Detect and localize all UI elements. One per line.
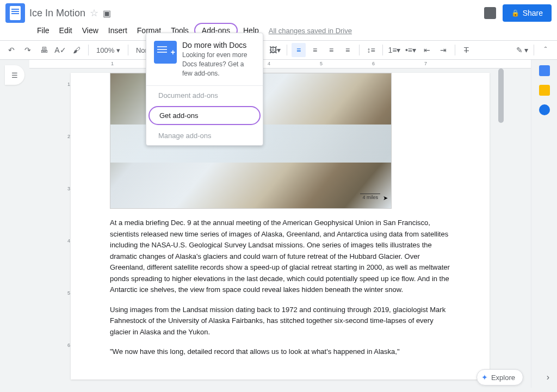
bulleted-list-icon[interactable]: •≡▾ bbox=[404, 43, 418, 57]
align-center-icon[interactable]: ≡ bbox=[308, 43, 322, 57]
toolbar: ↶ ↷ 🖶 A✓ 🖌 100% ▾ Normal text ▾ A ✎ ⧉ 🗨 … bbox=[0, 41, 557, 60]
explore-label: Explore bbox=[491, 374, 515, 382]
dropdown-get-addons[interactable]: Get add-ons bbox=[148, 106, 261, 125]
cursor-icon: ➤ bbox=[383, 195, 388, 202]
body-paragraph-1[interactable]: At a media briefing Dec. 9 at the annual… bbox=[110, 217, 450, 296]
calendar-icon[interactable] bbox=[539, 65, 550, 76]
menu-edit[interactable]: Edit bbox=[55, 24, 77, 37]
addons-dropdown: + Do more with Docs Looking for even mor… bbox=[146, 33, 263, 146]
print-icon[interactable]: 🖶 bbox=[37, 43, 51, 57]
increase-indent-icon[interactable]: ⇥ bbox=[436, 43, 450, 57]
scrollbar-thumb[interactable] bbox=[498, 69, 504, 123]
redo-icon[interactable]: ↷ bbox=[21, 43, 35, 57]
star-icon[interactable]: ☆ bbox=[90, 7, 98, 19]
body-paragraph-3[interactable]: "We now have this long, detailed record … bbox=[110, 346, 450, 358]
document-title[interactable]: Ice In Motion bbox=[29, 8, 85, 19]
editing-mode-icon[interactable]: ✎ ▾ bbox=[515, 43, 529, 57]
insert-image-icon[interactable]: 🖼▾ bbox=[268, 43, 282, 57]
menu-view[interactable]: View bbox=[78, 24, 103, 37]
undo-icon[interactable]: ↶ bbox=[4, 43, 18, 57]
saved-status[interactable]: All changes saved in Drive bbox=[269, 27, 352, 35]
left-rail: ☰ bbox=[0, 60, 29, 388]
explore-button[interactable]: ✦ Explore bbox=[476, 369, 523, 385]
align-right-icon[interactable]: ≡ bbox=[324, 43, 338, 57]
document-outline-button[interactable]: ☰ bbox=[5, 65, 24, 85]
document-area: 1 2 3 4 5 6 7 1 2 3 4 5 6 4 miles ➤ At a… bbox=[29, 60, 531, 388]
tasks-icon[interactable] bbox=[539, 104, 550, 115]
menu-bar: File Edit View Insert Format Tools Add-o… bbox=[0, 23, 557, 40]
spellcheck-icon[interactable]: A✓ bbox=[53, 43, 67, 57]
paint-format-icon[interactable]: 🖌 bbox=[70, 43, 84, 57]
image-scale-label: 4 miles bbox=[360, 194, 380, 201]
collapse-toolbar-icon[interactable]: ˆ bbox=[539, 43, 553, 57]
side-panel-chevron-icon[interactable]: › bbox=[547, 372, 549, 382]
comments-icon[interactable] bbox=[484, 7, 496, 19]
decrease-indent-icon[interactable]: ⇤ bbox=[420, 43, 434, 57]
addons-hero-title: Do more with Docs bbox=[182, 41, 255, 49]
keep-icon[interactable] bbox=[539, 85, 550, 96]
title-bar: Ice In Motion ☆ ▣ 🔒 Share bbox=[0, 0, 557, 23]
docs-app-icon[interactable] bbox=[5, 3, 25, 23]
clear-formatting-icon[interactable]: T̶ bbox=[460, 43, 474, 57]
share-label: Share bbox=[523, 9, 543, 17]
dropdown-manage-addons[interactable]: Manage add-ons bbox=[146, 126, 263, 145]
addons-hero-icon: + bbox=[154, 41, 177, 64]
menu-file[interactable]: File bbox=[33, 24, 54, 37]
horizontal-ruler[interactable]: 1 2 3 4 5 6 7 bbox=[29, 60, 531, 69]
zoom-select[interactable]: 100% ▾ bbox=[93, 45, 123, 55]
lock-icon: 🔒 bbox=[511, 9, 519, 17]
explore-star-icon: ✦ bbox=[481, 373, 488, 382]
right-side-panel bbox=[531, 60, 557, 388]
line-spacing-icon[interactable]: ↕≡ bbox=[364, 43, 378, 57]
align-justify-icon[interactable]: ≡ bbox=[341, 43, 355, 57]
align-left-icon[interactable]: ≡ bbox=[292, 43, 306, 57]
share-button[interactable]: 🔒 Share bbox=[503, 4, 552, 22]
addons-hero-subtitle: Looking for even more Docs features? Get… bbox=[182, 51, 255, 78]
move-folder-icon[interactable]: ▣ bbox=[103, 8, 111, 18]
numbered-list-icon[interactable]: 1≡▾ bbox=[387, 43, 401, 57]
body-paragraph-2[interactable]: Using images from the Landsat mission da… bbox=[110, 304, 450, 338]
menu-insert[interactable]: Insert bbox=[104, 24, 132, 37]
page[interactable]: 4 miles ➤ At a media briefing Dec. 9 at … bbox=[71, 73, 490, 379]
dropdown-document-addons[interactable]: Document add-ons bbox=[146, 86, 263, 105]
